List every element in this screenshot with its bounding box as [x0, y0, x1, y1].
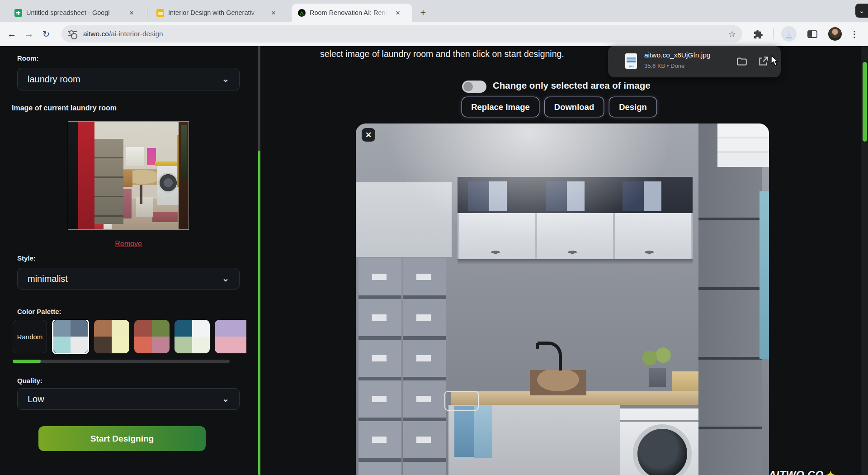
palette-color — [215, 320, 232, 337]
browser-window: Untitled spreadsheet - Googl ✕ Interior … — [0, 0, 868, 475]
palette-scrollbar-thumb[interactable] — [13, 360, 41, 363]
palette-swatch[interactable] — [134, 320, 170, 353]
palette-color — [71, 320, 88, 337]
palette-swatch[interactable] — [94, 320, 129, 353]
style-select-value: minimalist — [28, 274, 68, 284]
design-button[interactable]: Design — [609, 97, 656, 117]
palette-swatch[interactable] — [215, 320, 246, 353]
room-select-value: laundry room — [28, 74, 80, 85]
palette-color — [175, 337, 192, 353]
palette-color — [232, 337, 246, 353]
downloads-button[interactable]: ↓ — [781, 26, 797, 42]
tab-interior-design[interactable]: Interior Design with Generativ ✕ — [150, 4, 287, 22]
google-slides-icon — [156, 9, 164, 17]
mouse-cursor — [771, 55, 781, 66]
browser-menu-button[interactable]: ⋮ — [849, 28, 860, 39]
side-panel-button[interactable] — [807, 30, 817, 38]
palette-swatch[interactable] — [175, 320, 210, 353]
page-scrollbar[interactable] — [861, 46, 868, 475]
google-sheets-icon — [14, 9, 22, 17]
tab-title: Room Renovation AI: Renovat — [310, 9, 390, 16]
palette-color — [71, 337, 88, 353]
download-filename: aitwo.co_x6UjGfn.jpg — [644, 51, 710, 59]
toggle-label: Change only selected area of image — [493, 80, 651, 91]
palette-color — [232, 320, 246, 337]
profile-avatar[interactable] — [828, 27, 842, 41]
forward-button[interactable]: → — [21, 22, 37, 46]
close-image-button[interactable]: ✕ — [362, 128, 375, 142]
palette-row: Random — [13, 320, 246, 355]
style-select[interactable]: minimalist ⌄ — [17, 268, 240, 290]
chevron-down-icon: ⌄ — [222, 397, 229, 401]
laundry-room-photo — [68, 122, 189, 229]
random-palette-button[interactable]: Random — [13, 320, 47, 353]
open-in-new-icon[interactable] — [757, 56, 769, 67]
download-meta: 35.6 KB • Done — [644, 62, 684, 69]
tab-title: Untitled spreadsheet - Googl — [26, 9, 124, 16]
palette-color — [192, 337, 210, 353]
palette-color — [53, 337, 71, 353]
toolbar-divider — [773, 28, 774, 39]
tab-room-renovation-active[interactable]: Room Renovation AI: Renovat ✕ — [292, 4, 412, 22]
show-in-folder-icon[interactable] — [736, 56, 748, 67]
tab-search-button[interactable]: ⌄ — [855, 4, 868, 18]
palette-swatch-selected[interactable] — [52, 320, 89, 354]
tab-divider — [147, 8, 147, 18]
download-progress-bar — [786, 37, 792, 38]
palette-color — [112, 320, 129, 337]
download-arrow-icon: ↓ — [787, 30, 791, 37]
tab-close-icon[interactable]: ✕ — [269, 8, 278, 18]
palette-color — [175, 320, 192, 337]
palette-color — [152, 337, 170, 353]
remove-image-link[interactable]: Remove — [115, 240, 142, 247]
jpg-file-icon — [625, 53, 637, 69]
browser-toolbar: ← → ↻ aitwo.co/ai-interior-design ☆ ↓ ⋮ — [0, 22, 868, 46]
url-path: /ai-interior-design — [109, 30, 163, 38]
extensions-icon[interactable] — [753, 29, 763, 39]
random-label: Random — [17, 333, 43, 341]
palette-scrollbar[interactable] — [13, 360, 230, 363]
toggle-knob — [463, 82, 473, 91]
reload-button[interactable]: ↻ — [38, 22, 54, 46]
chevron-down-icon: ⌄ — [222, 276, 229, 281]
palette-color — [152, 320, 170, 337]
palette-color — [53, 320, 71, 337]
remove-link-row: Remove — [17, 240, 240, 248]
quality-select[interactable]: Low ⌄ — [17, 388, 240, 410]
download-button[interactable]: Download — [545, 97, 604, 117]
selected-area-toggle[interactable] — [462, 81, 486, 93]
faucet-detail — [538, 342, 562, 370]
sidebar-scrollbar[interactable] — [258, 46, 260, 475]
tab-close-icon[interactable]: ✕ — [127, 8, 137, 18]
tab-close-icon[interactable]: ✕ — [393, 8, 403, 18]
palette-color — [134, 337, 152, 353]
replace-image-button[interactable]: Replace Image — [462, 97, 539, 117]
room-select[interactable]: laundry room ⌄ — [17, 68, 240, 90]
room-label: Room: — [17, 54, 39, 62]
style-label: Style: — [17, 254, 36, 262]
tab-title: Interior Design with Generativ — [168, 9, 266, 16]
aitwo-watermark: AITWO.CO✦ — [769, 469, 835, 475]
quality-select-value: Low — [28, 394, 44, 404]
start-designing-button[interactable]: Start Designing — [38, 426, 206, 451]
renovated-room-render — [356, 124, 769, 475]
chevron-down-icon: ⌄ — [222, 77, 229, 81]
palette-color — [192, 320, 210, 337]
tab-google-sheets[interactable]: Untitled spreadsheet - Googl ✕ — [8, 4, 145, 22]
back-button[interactable]: ← — [4, 22, 20, 46]
site-settings-icon[interactable] — [68, 29, 77, 38]
current-image-label: Image of current laundry room — [12, 104, 117, 112]
address-bar[interactable]: aitwo.co/ai-interior-design ☆ — [61, 25, 742, 43]
new-tab-button[interactable]: + — [417, 6, 429, 19]
palette-color — [94, 337, 112, 353]
current-room-thumbnail — [68, 121, 189, 230]
chevron-down-icon: ⌄ — [859, 7, 865, 15]
bookmark-star-icon[interactable]: ☆ — [728, 29, 736, 39]
result-image: ✕ — [356, 124, 769, 475]
instruction-text: select image of laundry room and then cl… — [320, 49, 564, 59]
palette-color — [215, 337, 232, 353]
download-notification-popup: aitwo.co_x6UjGfn.jpg 35.6 KB • Done — [608, 46, 781, 77]
page-scrollbar-thumb[interactable] — [863, 62, 867, 142]
sidebar-scrollbar-thumb[interactable] — [258, 151, 260, 475]
sparkle-icon: ✦ — [826, 469, 835, 475]
